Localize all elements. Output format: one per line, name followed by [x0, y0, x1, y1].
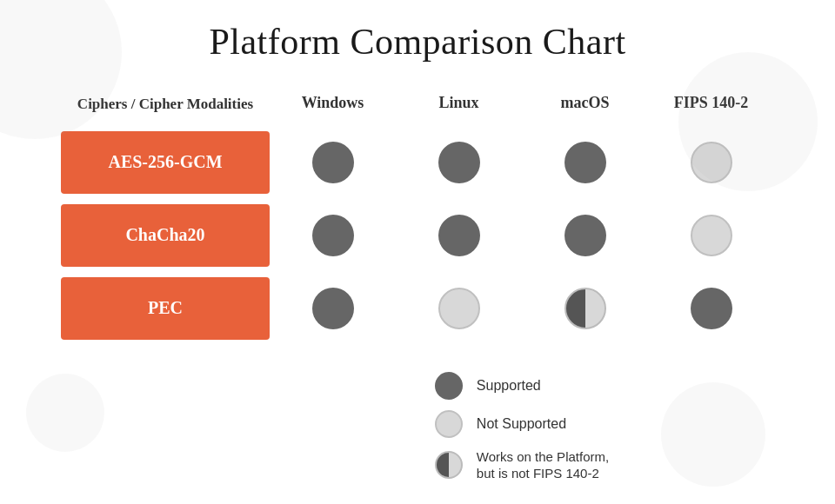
legend-not-supported-label: Not Supported [477, 416, 566, 432]
legend-item-partial: Works on the Platform,but is not FIPS 14… [435, 448, 609, 482]
not-supported-icon [691, 142, 732, 183]
cell-chacha-macos [522, 215, 648, 256]
cell-aes-linux [396, 142, 522, 183]
supported-icon [312, 142, 354, 183]
col-header-linux: Linux [396, 87, 522, 122]
col-header-fips: FIPS 140-2 [648, 87, 774, 122]
not-supported-icon [691, 215, 732, 256]
legend-supported-label: Supported [477, 378, 541, 394]
not-supported-icon [438, 288, 480, 329]
supported-icon [438, 142, 480, 183]
cell-chacha-windows [270, 215, 396, 256]
legend-partial-icon [435, 451, 463, 479]
cell-pec-macos [522, 288, 648, 329]
col-header-macos: macOS [522, 87, 648, 122]
cell-chacha-fips [648, 215, 774, 256]
comparison-chart: Ciphers / Cipher Modalities Windows Linu… [61, 87, 774, 348]
cipher-label-aes: AES-256-GCM [61, 131, 270, 194]
chart-header: Ciphers / Cipher Modalities Windows Linu… [61, 87, 774, 122]
cipher-label-chacha: ChaCha20 [61, 204, 270, 267]
partial-support-icon [564, 288, 606, 329]
supported-icon [312, 288, 354, 329]
supported-icon [438, 215, 480, 256]
table-row: AES-256-GCM [61, 129, 774, 196]
cipher-label-pec: PEC [61, 277, 270, 340]
cell-aes-windows [270, 142, 396, 183]
cell-pec-fips [648, 288, 774, 329]
cell-aes-fips [648, 142, 774, 183]
page-title: Platform Comparison Chart [209, 21, 625, 63]
cell-aes-macos [522, 142, 648, 183]
cell-pec-windows [270, 288, 396, 329]
supported-icon [691, 288, 732, 329]
supported-icon [312, 215, 354, 256]
table-row: PEC [61, 275, 774, 342]
supported-icon [564, 215, 606, 256]
legend-supported-icon [435, 372, 463, 400]
cipher-col-header: Ciphers / Cipher Modalities [61, 87, 270, 122]
table-row: ChaCha20 [61, 202, 774, 269]
legend: Supported Not Supported Works on the Pla… [435, 372, 609, 482]
legend-item-not-supported: Not Supported [435, 410, 609, 438]
cell-chacha-linux [396, 215, 522, 256]
cell-pec-linux [396, 288, 522, 329]
legend-not-supported-icon [435, 410, 463, 438]
legend-item-supported: Supported [435, 372, 609, 400]
col-header-windows: Windows [270, 87, 396, 122]
supported-icon [564, 142, 606, 183]
legend-partial-label: Works on the Platform,but is not FIPS 14… [477, 448, 609, 482]
